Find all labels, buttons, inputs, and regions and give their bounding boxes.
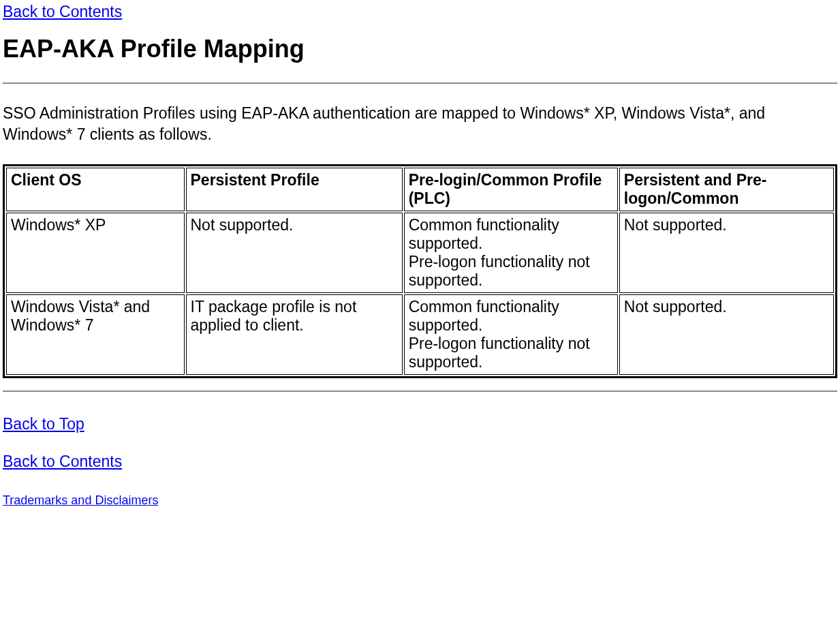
page-title: EAP-AKA Profile Mapping — [3, 35, 837, 63]
divider-top — [3, 82, 837, 84]
profile-mapping-table: Client OS Persistent Profile Pre-login/C… — [3, 164, 837, 378]
divider-bottom — [3, 390, 837, 392]
cell-line: Pre-logon functionality not supported. — [409, 335, 613, 371]
cell-persistent-prelogon: Not supported. — [619, 294, 834, 375]
table-row: Windows* XP Not supported. Common functi… — [6, 213, 834, 293]
back-to-contents-link-top[interactable]: Back to Contents — [3, 3, 122, 20]
back-to-contents-link-bottom[interactable]: Back to Contents — [3, 453, 837, 471]
column-header-client-os: Client OS — [6, 168, 185, 211]
table-header-row: Client OS Persistent Profile Pre-login/C… — [6, 168, 834, 211]
back-to-top-link[interactable]: Back to Top — [3, 415, 837, 433]
cell-prelogin-common: Common functionality supported. Pre-logo… — [404, 294, 618, 375]
cell-prelogin-common: Common functionality supported. Pre-logo… — [404, 213, 618, 293]
column-header-persistent-profile: Persistent Profile — [186, 168, 403, 211]
cell-client-os: Windows* XP — [6, 213, 185, 293]
intro-paragraph: SSO Administration Profiles using EAP-AK… — [3, 103, 837, 145]
cell-persistent-profile: IT package profile is not applied to cli… — [186, 294, 403, 375]
table-row: Windows Vista* and Windows* 7 IT package… — [6, 294, 834, 375]
cell-line: Common functionality supported. — [409, 298, 613, 335]
cell-persistent-prelogon: Not supported. — [619, 213, 834, 293]
cell-line: Pre-logon functionality not supported. — [409, 253, 613, 290]
trademarks-disclaimers-link[interactable]: Trademarks and Disclaimers — [3, 493, 158, 507]
column-header-persistent-prelogon: Persistent and Pre-logon/Common — [619, 168, 834, 211]
column-header-prelogin-common: Pre-login/Common Profile (PLC) — [404, 168, 618, 211]
cell-client-os: Windows Vista* and Windows* 7 — [6, 294, 185, 375]
cell-line: Common functionality supported. — [409, 216, 613, 253]
cell-persistent-profile: Not supported. — [186, 213, 403, 293]
